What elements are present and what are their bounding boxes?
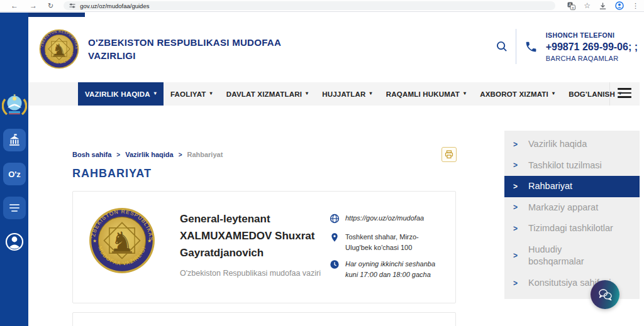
ministry-emblem-image: O'ZBEKISTON RESPUBLIKASI MUDOFAA VAZIRLI… — [89, 207, 155, 277]
menu-item-hududiy-boshqarmalar[interactable]: > Hududiy boshqarmalar — [504, 239, 640, 273]
language-button[interactable]: O'z — [3, 163, 26, 185]
clock-icon — [330, 259, 340, 280]
url-text[interactable]: gov.uz/oz/mudofaa/guides — [80, 3, 149, 9]
minister-contacts: https://gov.uz/oz/mudofaa Toshkent shaha… — [330, 213, 443, 280]
hotline-number[interactable]: +99871 269-99-06; ; — [546, 41, 638, 53]
chat-bubbles-icon — [595, 285, 615, 305]
section-menu: > Vazirlik haqida > Tashkilot tuzilmasi … — [504, 131, 640, 299]
search-icon[interactable] — [496, 41, 508, 52]
site-info-icon[interactable] — [69, 2, 76, 9]
profile-avatar-icon[interactable] — [615, 1, 624, 10]
person-icon — [3, 231, 26, 253]
next-official-card — [72, 312, 456, 326]
minister-website[interactable]: https://gov.uz/oz/mudofaa — [345, 213, 440, 226]
menu-item-tashkilot-tuzilmasi[interactable]: > Tashkilot tuzilmasi — [504, 155, 640, 177]
hamburger-menu-icon[interactable] — [618, 88, 631, 98]
gov-rail: ★ O'z — [0, 13, 28, 326]
nav-item-vazirlik-haqida[interactable]: VAZIRLIK HAQIDA▾ — [78, 82, 164, 106]
forward-icon[interactable]: → — [30, 0, 37, 12]
breadcrumb-current: Rahbariyat — [187, 151, 223, 158]
svg-text:★: ★ — [13, 93, 16, 97]
uzbekistan-state-emblem-icon[interactable]: ★ — [2, 92, 27, 122]
breadcrumb-vazirlik-haqida[interactable]: Vazirlik haqida — [125, 151, 173, 158]
reload-icon[interactable]: ↻ — [48, 2, 53, 10]
header-contact: ISHONCH TELEFONI +99871 269-99-06; ; BAR… — [496, 29, 638, 64]
menu-item-rahbariyat[interactable]: > Rahbariyat — [504, 176, 640, 197]
chevron-down-icon: ▾ — [210, 90, 213, 96]
nav-item-faoliyat[interactable]: FAOLIYAT▾ — [164, 82, 219, 106]
menu-item-tizimdagi-tashkilotlar[interactable]: > Tizimdagi tashkilotlar — [504, 218, 640, 239]
nav-item-hujjatlar[interactable]: HUJJATLAR▾ — [315, 82, 379, 106]
chevron-down-icon: ▾ — [464, 90, 466, 96]
minister-card: O'ZBEKISTON RESPUBLIKASI MUDOFAA VAZIRLI… — [72, 191, 456, 303]
page-title: RAHBARIYAT — [72, 167, 152, 180]
browser-menu-icon[interactable]: ⋮ — [632, 2, 639, 10]
rail-menu-button[interactable] — [3, 197, 26, 219]
header-divider — [516, 29, 516, 64]
printer-icon — [445, 150, 453, 159]
top-accent-strip — [28, 13, 85, 17]
back-icon[interactable]: ← — [11, 0, 18, 12]
chevron-down-icon: ▾ — [306, 90, 308, 96]
minister-position: O'zbekiston Respublikasi mudofaa vaziri — [180, 268, 337, 279]
minister-reception-hours: Har oyning ikkinchi seshanba kuni 17:00 … — [345, 259, 440, 280]
address-bar[interactable]: gov.uz/oz/mudofaa/guides — [64, 1, 555, 10]
site-title: O'ZBEKISTON RESPUBLIKASI MUDOFAA VAZIRLI… — [88, 36, 299, 62]
print-button[interactable] — [441, 147, 457, 162]
ministry-logo[interactable]: O'ZBEKISTON RESPUBLIKASI MUDOFAA VAZIRLI… — [39, 28, 79, 72]
breadcrumb: Bosh sahifa > Vazirlik haqida > Rahbariy… — [72, 151, 223, 158]
svg-text:★: ★ — [147, 238, 152, 244]
download-icon[interactable] — [599, 2, 607, 10]
location-pin-icon — [330, 232, 340, 253]
browser-bar: ← → ↻ gov.uz/oz/mudofaa/guides A a ☆ — [0, 0, 644, 12]
screen: ← → ↻ gov.uz/oz/mudofaa/guides A a ☆ — [0, 0, 644, 326]
government-building-icon — [8, 133, 21, 147]
minister-name[interactable]: General-leytenant XALMUXAMEDOV Shuxrat G… — [180, 210, 337, 261]
bookmark-star-icon[interactable]: ☆ — [584, 1, 591, 10]
chevron-right-icon: > — [513, 279, 523, 288]
gov-services-button[interactable] — [3, 129, 26, 151]
nav-item-axborot-xizmati[interactable]: AXBOROT XIZMATI▾ — [473, 82, 562, 106]
chevron-right-icon: > — [513, 161, 523, 170]
chevron-right-icon: > — [513, 224, 523, 233]
nav-item-davlat-xizmatlari[interactable]: DAVLAT XIZMATLARI▾ — [219, 82, 316, 106]
hotline-label: ISHONCH TELEFONI — [546, 31, 638, 39]
svg-text:★: ★ — [92, 238, 97, 244]
nav-item-raqamli-hukumat[interactable]: RAQAMLI HUKUMAT▾ — [379, 82, 473, 106]
language-label: O'z — [8, 170, 21, 179]
all-numbers-link[interactable]: BARCHA RAQAMLAR — [546, 55, 638, 62]
main-nav: VAZIRLIK HAQIDA▾ FAOLIYAT▾ DAVLAT XIZMAT… — [28, 82, 640, 106]
menu-item-markaziy-apparat[interactable]: > Markaziy apparat — [504, 197, 640, 219]
chevron-right-icon: > — [179, 151, 182, 158]
chevron-right-icon: > — [116, 151, 120, 158]
breadcrumb-home[interactable]: Bosh sahifa — [72, 151, 111, 158]
globe-icon — [330, 213, 340, 226]
chevron-down-icon: ▾ — [552, 90, 555, 96]
chevron-right-icon: > — [513, 203, 523, 212]
menu-item-konsitutsiya-sahifasi[interactable]: > Konsitutsiya sahifasi — [504, 273, 640, 294]
chevron-right-icon: > — [513, 251, 523, 260]
minister-address: Toshkent shahar, Mirzo-Ulug'bek ko'chasi… — [345, 232, 440, 253]
menu-lines-icon — [9, 204, 19, 205]
chevron-down-icon: ▾ — [154, 90, 157, 96]
chevron-right-icon: > — [513, 182, 523, 191]
translate-icon[interactable]: A a — [567, 2, 575, 10]
profile-button[interactable] — [3, 231, 26, 256]
menu-item-vazirlik-haqida[interactable]: > Vazirlik haqida — [504, 134, 640, 155]
phone-icon — [525, 40, 538, 53]
chat-widget-button[interactable] — [591, 280, 619, 309]
chevron-down-icon: ▾ — [370, 90, 372, 96]
chevron-right-icon: > — [513, 140, 523, 149]
nav-divider — [609, 82, 610, 106]
